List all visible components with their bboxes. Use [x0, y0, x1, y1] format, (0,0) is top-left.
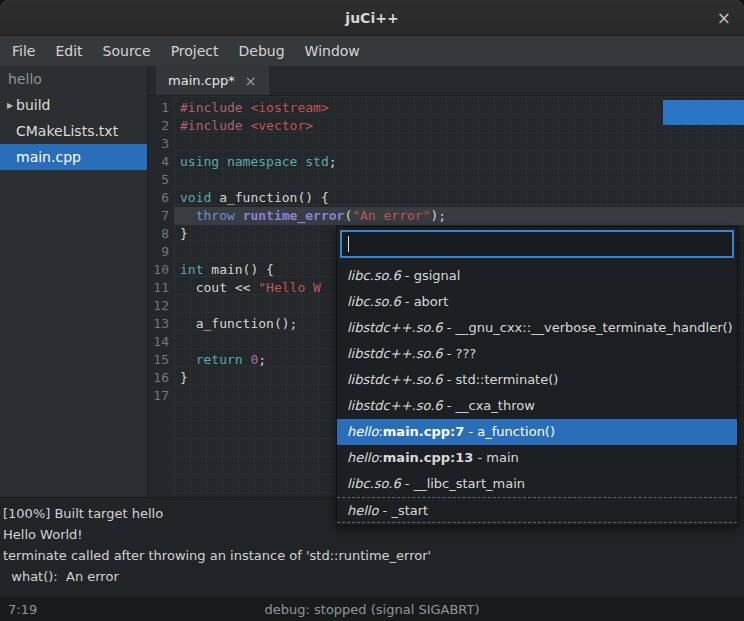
window-title: juCi++: [345, 10, 398, 26]
backtrace-popup: libc.so.6 - gsignallibc.so.6 - abortlibs…: [336, 226, 738, 526]
line-number: 3: [148, 135, 169, 153]
code-token: a_function() {: [211, 190, 328, 205]
popup-item-token: - std::terminate(): [443, 372, 559, 387]
tab-label: main.cpp*: [168, 73, 235, 88]
code-line-4: using namespace std;: [180, 153, 744, 171]
code-token: #include: [180, 118, 243, 133]
popup-item-token: libstdc++.so.6: [347, 346, 443, 361]
line-number: 10: [148, 261, 169, 279]
popup-item-token: libstdc++.so.6: [347, 320, 443, 335]
line-number: 13: [148, 315, 169, 333]
popup-item-token: - a_function(): [464, 424, 555, 439]
popup-item-token: - abort: [401, 294, 449, 309]
code-token: <vector>: [250, 118, 313, 133]
menu-project[interactable]: Project: [161, 36, 229, 66]
line-number: 2: [148, 117, 169, 135]
code-token: int: [180, 262, 203, 277]
popup-item[interactable]: libc.so.6 - gsignal: [337, 263, 737, 289]
menu-debug[interactable]: Debug: [229, 36, 295, 66]
popup-item-token: libc.so.6: [347, 294, 401, 309]
popup-item[interactable]: libstdc++.so.6 - __gnu_cxx::__verbose_te…: [337, 315, 737, 341]
line-number: 1: [148, 99, 169, 117]
popup-item-token: - __gnu_cxx::__verbose_terminate_handler…: [443, 320, 733, 335]
popup-item-token: - main: [473, 450, 518, 465]
code-token: void: [180, 190, 211, 205]
tabbar: main.cpp* ×: [148, 66, 744, 96]
code-token: return: [196, 352, 243, 367]
code-token: ;: [329, 154, 337, 169]
popup-item[interactable]: libc.so.6 - abort: [337, 289, 737, 315]
popup-item[interactable]: libc.so.6 - __libc_start_main: [337, 471, 737, 497]
tab-main-cpp[interactable]: main.cpp* ×: [156, 66, 269, 95]
popup-item[interactable]: libstdc++.so.6 - __cxa_throw: [337, 393, 737, 419]
sidebar-item-main-cpp[interactable]: main.cpp: [0, 144, 147, 170]
sidebar-item-cmakelists-txt[interactable]: CMakeLists.txt: [0, 118, 147, 144]
titlebar: juCi++ ×: [0, 0, 744, 36]
code-token: <iostream>: [250, 100, 328, 115]
code-token: "Hello W: [258, 280, 321, 295]
code-token: using namespace std: [180, 154, 329, 169]
popup-item-token: - __libc_start_main: [401, 476, 525, 491]
code-line-1: #include <iostream>: [180, 99, 744, 117]
code-token: [235, 208, 243, 223]
code-token: }: [180, 370, 188, 385]
code-line-2: #include <vector>: [180, 117, 744, 135]
line-number: 11: [148, 279, 169, 297]
popup-item-token: hello: [347, 424, 378, 439]
menu-file[interactable]: File: [2, 36, 45, 66]
output-line: terminate called after throwing an insta…: [3, 545, 738, 566]
code-token: [180, 208, 196, 223]
line-number: 12: [148, 297, 169, 315]
code-token: }: [180, 226, 188, 241]
menu-window[interactable]: Window: [295, 36, 370, 66]
line-number: 7: [148, 207, 169, 225]
popup-item-token: hello: [347, 503, 378, 518]
popup-item-token: hello: [347, 450, 378, 465]
project-name: hello: [0, 66, 147, 92]
code-token: [180, 352, 196, 367]
popup-item-token: libc.so.6: [347, 476, 401, 491]
popup-list: libc.so.6 - gsignallibc.so.6 - abortlibs…: [337, 261, 737, 525]
code-token: cout <<: [180, 280, 258, 295]
popup-item[interactable]: libstdc++.so.6 - std::terminate(): [337, 367, 737, 393]
popup-item-token: main.cpp:7: [383, 424, 465, 439]
popup-item[interactable]: hello - _start: [337, 497, 737, 523]
window-close-button[interactable]: ×: [717, 9, 731, 26]
code-line-7: throw runtime_error("An error");: [174, 207, 744, 225]
popup-item-token: - gsignal: [401, 268, 461, 283]
menu-edit[interactable]: Edit: [45, 36, 92, 66]
tab-close-icon[interactable]: ×: [245, 73, 257, 89]
expander-icon[interactable]: ▶: [0, 101, 16, 110]
popup-item-token: - __cxa_throw: [443, 398, 535, 413]
popup-item[interactable]: libstdc++.so.6 - ???: [337, 341, 737, 367]
code-line-6: void a_function() {: [180, 189, 744, 207]
sidebar-item-build[interactable]: ▶build: [0, 92, 147, 118]
popup-item-token: - ???: [443, 346, 477, 361]
line-number: 15: [148, 351, 169, 369]
menu-source[interactable]: Source: [93, 36, 161, 66]
code-token: main() {: [203, 262, 273, 277]
popup-item[interactable]: hello:main.cpp:13 - main: [337, 445, 737, 471]
menubar: FileEditSourceProjectDebugWindow: [0, 36, 744, 66]
file-label: main.cpp: [16, 149, 81, 165]
code-token: a_function();: [180, 316, 297, 331]
text-caret: [348, 236, 349, 252]
line-number: 14: [148, 333, 169, 351]
code-token: runtime_error: [243, 208, 345, 223]
popup-item-token: libstdc++.so.6: [347, 372, 443, 387]
line-number-gutter: 1234567891011121314151617: [148, 96, 174, 497]
statusbar: 7:19 debug: stopped (signal SIGABRT): [0, 597, 744, 621]
code-token: ;: [258, 352, 266, 367]
code-line-5: [180, 171, 744, 189]
output-line: Hello World!: [3, 524, 738, 545]
popup-search-input[interactable]: [340, 230, 734, 258]
line-number: 8: [148, 225, 169, 243]
status-message: debug: stopped (signal SIGABRT): [0, 602, 744, 617]
popup-item-token: libc.so.6: [347, 268, 401, 283]
scrollbar-thumb[interactable]: [663, 100, 744, 125]
line-number: 16: [148, 369, 169, 387]
sidebar: hello ▶buildCMakeLists.txtmain.cpp: [0, 66, 148, 497]
popup-item[interactable]: hello:main.cpp:7 - a_function(): [337, 419, 737, 445]
line-number: 17: [148, 387, 169, 405]
line-number: 5: [148, 171, 169, 189]
